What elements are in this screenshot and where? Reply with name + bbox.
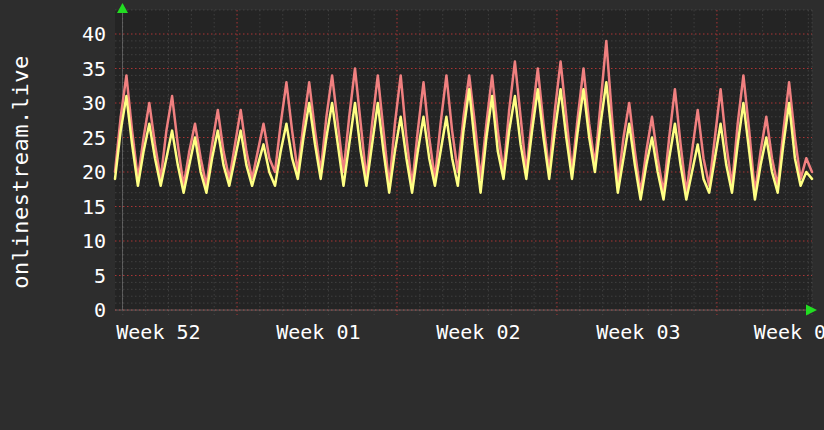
y-axis-tick-label: 10 — [82, 229, 106, 253]
y-axis-tick-label: 20 — [82, 160, 106, 184]
y-axis-arrow-icon — [117, 3, 128, 13]
graph-page: onlinestream.live 0510152025303540Week 5… — [0, 0, 824, 430]
x-axis-tick-label: Week 03 — [596, 320, 680, 344]
x-axis-tick-label: Week 04 — [754, 320, 824, 344]
y-axis-tick-label: 25 — [82, 126, 106, 150]
y-axis-tick-label: 35 — [82, 57, 106, 81]
chart: 0510152025303540Week 52Week 01Week 02Wee… — [0, 0, 824, 355]
vertical-axis-title: onlinestream.live — [8, 55, 33, 289]
x-axis-tick-label: Week 01 — [276, 320, 360, 344]
x-axis-tick-label: Week 02 — [436, 320, 520, 344]
y-axis-tick-label: 15 — [82, 195, 106, 219]
x-axis-tick-label: Week 52 — [116, 320, 200, 344]
legend-footer: legtöbb átlag most: 19 átlag: 24 max: 33 — [0, 355, 824, 430]
y-axis-tick-label: 0 — [94, 298, 106, 322]
y-axis-tick-label: 30 — [82, 91, 106, 115]
y-axis-tick-label: 40 — [82, 22, 106, 46]
y-axis-tick-label: 5 — [94, 264, 106, 288]
